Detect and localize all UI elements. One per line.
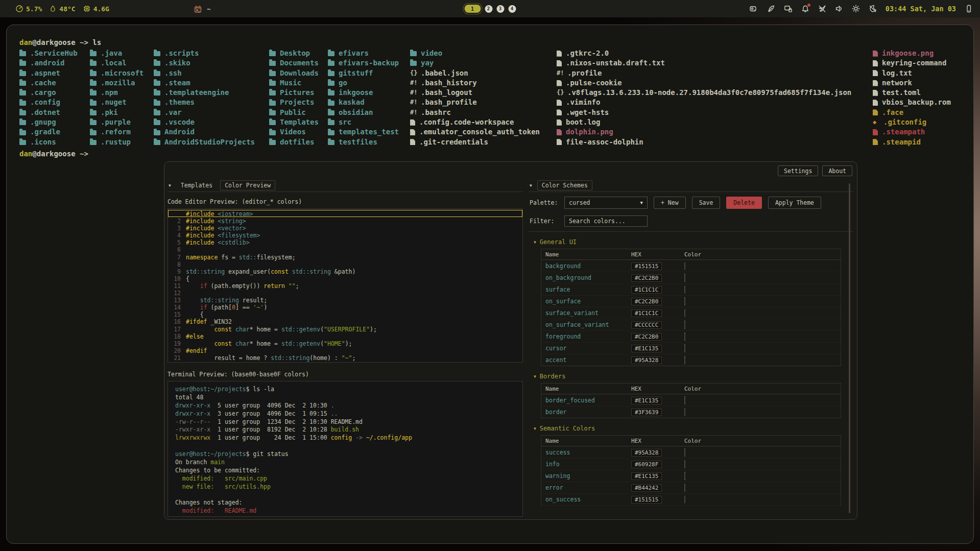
memory-indicator[interactable]: 4.6G bbox=[83, 5, 109, 13]
hex-value[interactable]: #60928F bbox=[631, 461, 662, 468]
code-line: 13 std::string result; bbox=[168, 296, 522, 303]
ls-entry: ◆.gitconfig bbox=[873, 117, 951, 127]
hex-value[interactable]: #95A328 bbox=[631, 356, 662, 364]
hex-value[interactable]: #E1C135 bbox=[631, 345, 662, 352]
temperature-indicator[interactable]: 48°C bbox=[49, 5, 75, 13]
workspace-dot[interactable]: 2 bbox=[485, 5, 492, 13]
workspace-dot[interactable]: 4 bbox=[508, 5, 516, 13]
workspace-pill-active[interactable]: 1 bbox=[464, 5, 481, 13]
ls-entry: .viminfo bbox=[557, 98, 851, 107]
screen-record-icon[interactable] bbox=[749, 5, 758, 13]
chevron-down-icon[interactable]: ▼ bbox=[530, 183, 532, 188]
ls-entry: .config bbox=[19, 98, 78, 107]
focused-app-indicator[interactable]: >_ ~ bbox=[193, 5, 211, 13]
volume-icon[interactable] bbox=[835, 5, 843, 13]
color-swatch[interactable] bbox=[684, 309, 685, 317]
airplane-mode-off-icon[interactable] bbox=[818, 5, 826, 13]
section-header[interactable]: ▼Borders bbox=[534, 373, 853, 380]
ls-entry-label: .steampath bbox=[882, 127, 925, 137]
color-swatch[interactable] bbox=[684, 484, 685, 492]
color-swatch[interactable] bbox=[684, 495, 685, 504]
night-light-off-icon[interactable] bbox=[869, 5, 877, 13]
device-tray-icon[interactable] bbox=[965, 5, 973, 13]
right-tabbar: ▼ Color Schemes bbox=[529, 179, 853, 192]
code-text: #include <iostream> bbox=[186, 210, 253, 217]
color-swatch[interactable] bbox=[684, 356, 685, 364]
color-swatch[interactable] bbox=[684, 332, 685, 341]
color-swatch[interactable] bbox=[684, 472, 685, 480]
theme-manager-window: Settings About ▼ TemplatesColor Preview … bbox=[164, 161, 857, 520]
file-icon bbox=[873, 51, 878, 57]
save-button[interactable]: Save bbox=[692, 197, 721, 209]
cpu-indicator[interactable]: 5.7% bbox=[15, 5, 42, 13]
apply-theme-button[interactable]: Apply Theme bbox=[768, 197, 821, 209]
workspace-dot[interactable]: 3 bbox=[496, 5, 504, 13]
hex-value[interactable]: #C2C2B0 bbox=[631, 298, 662, 305]
clock[interactable]: 03:44 Sat, Jan 03 bbox=[886, 5, 956, 13]
color-schemes-pane: ▼ Color Schemes Palette: cursed ▼ + NewS… bbox=[529, 179, 853, 519]
section-header[interactable]: ▼Semantic Colors bbox=[534, 425, 853, 432]
hex-value[interactable]: #C2C2B0 bbox=[631, 333, 662, 341]
color-swatch[interactable] bbox=[684, 448, 685, 457]
folder-icon bbox=[90, 71, 97, 76]
folder-icon bbox=[154, 71, 160, 76]
new-button[interactable]: + New bbox=[654, 197, 686, 209]
color-swatch[interactable] bbox=[684, 262, 685, 270]
ls-entry: keyring-command bbox=[873, 58, 951, 68]
ls-entry-label: Videos bbox=[280, 127, 306, 137]
folder-icon bbox=[19, 140, 26, 145]
tab-color-preview[interactable]: Color Preview bbox=[220, 180, 275, 190]
hex-value[interactable]: #1C1C1C bbox=[631, 286, 662, 294]
filter-input[interactable]: Search colors... bbox=[564, 215, 648, 227]
ls-entry-label: kaskad bbox=[339, 98, 365, 107]
color-swatch[interactable] bbox=[684, 344, 685, 352]
hex-cell: #C2C2B0 bbox=[627, 298, 680, 305]
hex-value[interactable]: #E1C135 bbox=[631, 397, 662, 404]
color-name: on_surface_variant bbox=[541, 321, 627, 328]
hex-value[interactable]: #B44242 bbox=[631, 484, 662, 492]
ls-entry-label: Music bbox=[280, 78, 301, 88]
brightness-icon[interactable] bbox=[852, 5, 860, 13]
settings-button[interactable]: Settings bbox=[778, 165, 818, 176]
hex-value[interactable]: #CCCCCC bbox=[631, 321, 662, 329]
terminal-line: modified: src/main.cpp bbox=[168, 475, 522, 483]
ls-entry-label: go bbox=[339, 78, 347, 88]
color-swatch[interactable] bbox=[684, 321, 685, 329]
section-header[interactable]: ▼General UI bbox=[534, 238, 853, 246]
swatch-cell bbox=[680, 356, 841, 364]
tab-color-schemes[interactable]: Color Schemes bbox=[537, 180, 592, 190]
color-swatch[interactable] bbox=[684, 274, 685, 282]
table-header-row: NameHEXColor bbox=[541, 384, 841, 394]
notification-dot bbox=[807, 4, 810, 7]
chevron-down-icon[interactable]: ▼ bbox=[169, 183, 171, 188]
hex-value[interactable]: #1C1C1C bbox=[631, 309, 662, 317]
terminal-line bbox=[168, 491, 522, 499]
screenshot-lock-icon[interactable] bbox=[784, 5, 793, 13]
color-swatch[interactable] bbox=[684, 285, 685, 294]
hex-value[interactable]: #151515 bbox=[631, 496, 662, 504]
line-number: 7 bbox=[169, 254, 186, 260]
notifications-bell-icon[interactable] bbox=[801, 5, 809, 13]
ls-entry-label: Projects bbox=[280, 98, 314, 107]
hex-value[interactable]: #151515 bbox=[631, 262, 662, 270]
color-swatch[interactable] bbox=[684, 297, 685, 305]
about-button[interactable]: About bbox=[822, 165, 852, 176]
ls-entry-label: efivars bbox=[339, 49, 369, 58]
column-header: HEX bbox=[627, 251, 680, 258]
ls-entry: .ServiceHub bbox=[19, 49, 78, 58]
hex-value[interactable]: #E1C135 bbox=[631, 472, 662, 480]
hex-value[interactable]: #C2C2B0 bbox=[631, 274, 662, 282]
palette-select[interactable]: cursed ▼ bbox=[564, 197, 648, 209]
left-tabbar: ▼ TemplatesColor Preview bbox=[168, 179, 523, 192]
folder-icon bbox=[269, 90, 276, 95]
scrollbar[interactable] bbox=[849, 183, 850, 513]
tab-templates[interactable]: Templates bbox=[176, 180, 217, 190]
color-swatch[interactable] bbox=[684, 396, 685, 404]
hex-value[interactable]: #3F3639 bbox=[631, 409, 662, 416]
hex-value[interactable]: #95A328 bbox=[631, 449, 662, 457]
color-swatch[interactable] bbox=[684, 408, 685, 416]
delete-button[interactable]: Delete bbox=[726, 197, 762, 209]
swatch-cell bbox=[680, 449, 841, 456]
feather-icon[interactable] bbox=[767, 5, 775, 13]
color-swatch[interactable] bbox=[684, 460, 685, 468]
